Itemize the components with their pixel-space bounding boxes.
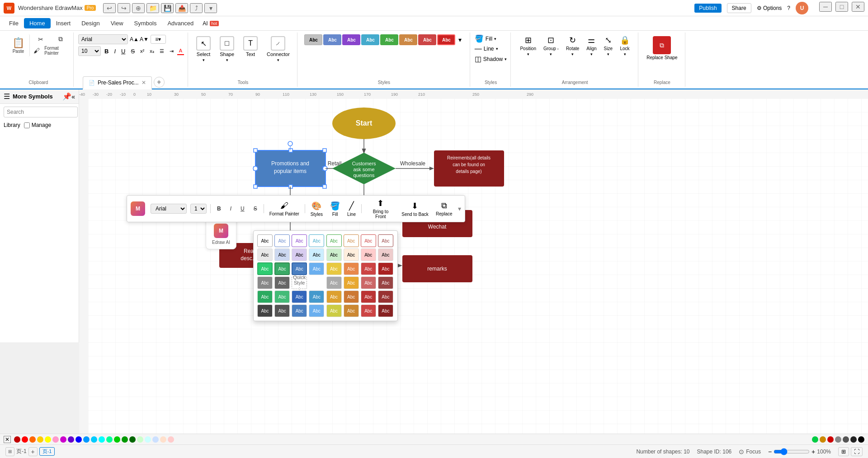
style-swatch-3[interactable]: Abc — [342, 34, 360, 45]
style-cell-2-1[interactable]: Abc — [257, 248, 273, 261]
color-amber[interactable] — [820, 436, 826, 443]
copy-button[interactable]: ⧉ — [52, 34, 70, 44]
style-cell-1-3[interactable]: Abc — [292, 234, 307, 247]
style-cell-2-4[interactable]: Abc — [309, 248, 324, 261]
menu-insert[interactable]: Insert — [51, 18, 76, 28]
current-page-badge[interactable]: 页-1 — [39, 447, 55, 456]
style-cell-5-6[interactable]: Abc — [344, 290, 359, 303]
color-pink[interactable] — [52, 436, 59, 443]
quick-style-button[interactable]: Quick Style : — [292, 276, 307, 289]
paste-button[interactable]: 📋 Paste — [7, 34, 30, 56]
color-gray[interactable] — [835, 436, 841, 443]
maximize-button[interactable]: □ — [835, 2, 848, 12]
color-blue-light[interactable] — [83, 436, 90, 443]
style-swatch-1[interactable]: Abc — [304, 34, 322, 45]
menu-file[interactable]: File — [4, 18, 24, 28]
style-cell-2-7[interactable]: Abc — [361, 248, 376, 261]
color-cyan-pale[interactable] — [145, 436, 151, 443]
color-magenta[interactable] — [60, 436, 66, 443]
style-cell-4-5[interactable]: Abc — [326, 276, 342, 289]
connector-tool-button[interactable]: ⟋ Connector ▾ — [263, 34, 293, 78]
indent-button[interactable]: ⇥ — [168, 47, 175, 55]
ft-replace-button[interactable]: ⧉ Replace — [434, 200, 454, 217]
style-cell-6-8[interactable]: Abc — [378, 304, 393, 317]
style-cell-1-2[interactable]: Abc — [274, 234, 290, 247]
color-green-darker[interactable] — [129, 436, 136, 443]
fill-button[interactable]: 🪣 Fill ▾ — [475, 34, 507, 43]
text-tool-button[interactable]: T Text — [240, 34, 261, 78]
size-button[interactable]: ⤡ Size ▾ — [601, 34, 615, 78]
style-cell-6-7[interactable]: Abc — [361, 304, 376, 317]
ft-underline-button[interactable]: U — [238, 204, 247, 213]
style-cell-5-1[interactable]: Abc — [257, 290, 273, 303]
menu-design[interactable]: Design — [76, 18, 105, 28]
diagram-canvas[interactable]: Start Promotions and popular items — [88, 98, 868, 444]
style-cell-2-8[interactable]: Abc — [378, 248, 393, 261]
superscript-button[interactable]: x² — [138, 47, 146, 55]
zoom-in-button[interactable]: + — [811, 448, 815, 455]
color-blue[interactable] — [75, 436, 82, 443]
search-input[interactable] — [4, 107, 78, 117]
style-cell-4-7[interactable]: Abc — [361, 276, 376, 289]
style-swatch-2[interactable]: Abc — [323, 34, 341, 45]
style-cell-4-1[interactable]: Abc — [257, 276, 273, 289]
bold-button[interactable]: B — [103, 47, 110, 56]
handle-tr[interactable] — [323, 149, 326, 152]
font-align-dropdown[interactable]: ≡▾ — [151, 35, 166, 44]
manage-checkbox-input[interactable] — [24, 122, 30, 128]
publish-button[interactable]: Publish — [694, 4, 721, 13]
cut-button[interactable]: ✂ — [32, 34, 50, 44]
share-export-button[interactable]: ⤴ — [190, 3, 203, 13]
decrease-font-button[interactable]: A▼ — [140, 36, 149, 42]
close-button[interactable]: ✕ — [852, 2, 864, 12]
style-cell-3-8[interactable]: Abc — [378, 262, 393, 275]
style-swatch-4[interactable]: Abc — [361, 34, 379, 45]
style-cell-1-5[interactable]: Abc — [326, 234, 342, 247]
color-almost-black[interactable] — [850, 436, 857, 443]
style-cell-3-2[interactable]: Abc — [274, 262, 290, 275]
zoom-slider[interactable] — [774, 448, 810, 455]
color-green-light[interactable] — [106, 436, 113, 443]
style-cell-5-4[interactable]: Abc — [309, 290, 324, 303]
ft-more-button[interactable]: ▾ — [458, 205, 461, 212]
style-cell-5-3[interactable]: Abc — [292, 290, 307, 303]
ft-fill-button[interactable]: 🪣 Fill — [328, 200, 342, 218]
style-swatch-8[interactable]: Abc — [437, 34, 455, 45]
style-cell-5-5[interactable]: Abc — [326, 290, 342, 303]
shape-tool-button[interactable]: □ Shape ▾ — [216, 34, 238, 78]
increase-font-button[interactable]: A▲ — [130, 36, 139, 42]
color-yellow[interactable] — [45, 436, 51, 443]
position-button[interactable]: ⊞ Position ▾ — [517, 34, 539, 78]
style-cell-3-7[interactable]: Abc — [361, 262, 376, 275]
color-red[interactable] — [22, 436, 28, 443]
minimize-button[interactable]: ─ — [819, 2, 832, 12]
color-dark-gray[interactable] — [843, 436, 849, 443]
ft-font-size-select[interactable]: 10 — [190, 204, 207, 214]
color-cyan-light[interactable] — [91, 436, 97, 443]
view-toggle-button[interactable]: ⊞ — [5, 447, 14, 456]
style-cell-6-1[interactable]: Abc — [257, 304, 273, 317]
style-cell-6-6[interactable]: Abc — [344, 304, 359, 317]
underline-button[interactable]: U — [119, 47, 127, 56]
style-cell-2-3[interactable]: Abc — [292, 248, 307, 261]
style-cell-1-4[interactable]: Abc — [309, 234, 324, 247]
line-button[interactable]: — Line ▾ — [475, 45, 507, 53]
style-cell-3-5[interactable]: Abc — [326, 262, 342, 275]
style-cell-6-5[interactable]: Abc — [326, 304, 342, 317]
menu-ai[interactable]: AI hot — [203, 20, 219, 27]
sidebar-collapse-icon[interactable]: ☰ — [4, 92, 10, 101]
handle-bm[interactable] — [289, 185, 292, 188]
color-orange[interactable] — [29, 436, 36, 443]
style-swatch-5[interactable]: Abc — [380, 34, 398, 45]
color-crimson[interactable] — [827, 436, 834, 443]
color-green[interactable] — [114, 436, 120, 443]
style-cell-2-2[interactable]: Abc — [274, 248, 290, 261]
style-cell-3-1[interactable]: Abc — [257, 262, 273, 275]
menu-home[interactable]: Home — [24, 18, 51, 28]
color-red-dark[interactable] — [14, 436, 20, 443]
color-blue-pale[interactable] — [152, 436, 159, 443]
add-tab-button[interactable]: + — [154, 77, 165, 88]
help-button[interactable]: ? — [787, 5, 790, 11]
replace-shape-button[interactable]: ⧉ Replace Shape — [643, 34, 681, 78]
doc-tab-close-icon[interactable]: ✕ — [142, 79, 146, 86]
